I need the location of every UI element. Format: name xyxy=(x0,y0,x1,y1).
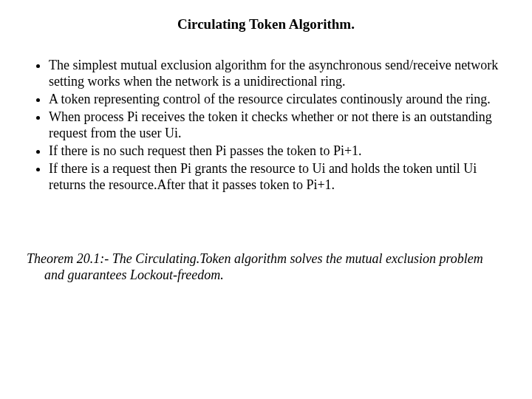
slide-container: Circulating Token Algorithm. The simples… xyxy=(0,0,532,399)
list-item: If there is a request then Pi grants the… xyxy=(49,161,511,194)
bullet-list: The simplest mutual exclusion algorithm … xyxy=(28,58,511,194)
list-item: The simplest mutual exclusion algorithm … xyxy=(49,58,511,90)
list-item: A token representing control of the reso… xyxy=(49,92,511,108)
list-item: When process Pi receives the token it ch… xyxy=(49,109,511,142)
list-item: If there is no such request then Pi pass… xyxy=(49,143,511,160)
theorem-text: Theorem 20.1:- The Circulating.Token alg… xyxy=(38,251,511,284)
slide-title: Circulating Token Algorithm. xyxy=(21,16,511,33)
